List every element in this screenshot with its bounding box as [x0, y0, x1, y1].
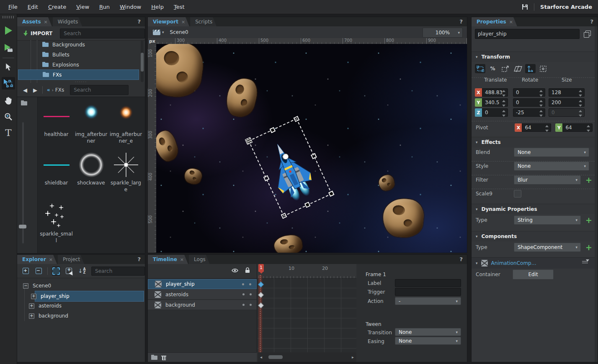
spinner[interactable] [502, 100, 506, 107]
component-menu-icon[interactable] [582, 260, 589, 266]
frame-label-input[interactable] [395, 279, 461, 287]
expand-icon[interactable]: + [29, 313, 34, 319]
collapse-path-icon[interactable]: « [47, 87, 50, 93]
rotate-x-input[interactable]: 0 [513, 88, 545, 97]
tab-project[interactable]: Project [58, 255, 84, 264]
tab-scripts[interactable]: Scripts [190, 17, 217, 26]
track-toggles[interactable] [242, 304, 252, 306]
thumbnail-zoom-handle[interactable] [19, 225, 26, 228]
grid-cells[interactable] [258, 278, 356, 352]
lock-icon[interactable] [245, 267, 250, 273]
tab-viewport[interactable]: Viewport× [148, 17, 189, 26]
spinner[interactable] [579, 90, 583, 97]
select-mode-button[interactable] [52, 267, 61, 276]
pivot-tool[interactable] [538, 64, 548, 73]
run-button[interactable] [2, 24, 15, 37]
timeline-scrollbar[interactable]: ◂ ▸ [258, 352, 356, 362]
selection-corner-handle[interactable] [281, 213, 287, 219]
track-player-ship[interactable]: player_ship [148, 279, 257, 289]
tree-node-background[interactable]: + background [29, 311, 144, 321]
asset-item[interactable]: sparkle_small [39, 201, 74, 251]
tab-widgets[interactable]: Widgets [53, 17, 82, 26]
scene-canvas[interactable] [156, 44, 467, 253]
drag-handle[interactable] [3, 16, 14, 18]
dynamic-type-dropdown[interactable]: String▾ [514, 215, 581, 225]
pivot-x-input[interactable]: 64 [522, 123, 551, 132]
chevron-down-icon[interactable]: ▾ [162, 30, 164, 34]
save-icon[interactable] [522, 4, 528, 10]
forward-icon[interactable]: ▶ [33, 87, 37, 93]
folder-icon[interactable] [21, 100, 28, 106]
sort-button[interactable]: ↓AZ [77, 267, 86, 276]
close-icon[interactable]: × [49, 257, 53, 262]
tree-node-scene0[interactable]: − Scene0 [18, 281, 144, 291]
asteroid-sprite[interactable] [378, 174, 395, 192]
explorer-search-input[interactable] [91, 267, 145, 276]
translate-tool[interactable] [525, 64, 536, 73]
asset-item[interactable]: sparkle_large [108, 150, 143, 200]
close-icon[interactable]: × [44, 19, 48, 25]
percent-tool[interactable]: % [487, 64, 498, 73]
selection-corner-handle[interactable] [328, 191, 335, 197]
spinner[interactable] [502, 90, 506, 97]
action-dropdown[interactable]: -▾ [395, 297, 461, 305]
animation-component-header[interactable]: ▾ AnimationComp… [472, 257, 595, 269]
add-node-button[interactable]: + [64, 267, 73, 276]
tab-assets[interactable]: Assets× [17, 17, 52, 26]
object-name-input[interactable] [475, 29, 580, 39]
close-icon[interactable]: × [509, 19, 513, 25]
folder-row-explosions[interactable]: Explosions [18, 59, 140, 70]
asset-item[interactable]: img_afterburner [74, 101, 108, 151]
add-component-button[interactable]: + [585, 244, 592, 251]
playhead-marker[interactable]: 1 [258, 264, 264, 272]
asset-item[interactable]: shieldbar [39, 150, 74, 200]
asteroid-sprite[interactable] [156, 44, 206, 100]
scrollbar-thumb[interactable] [268, 355, 283, 359]
help-icon[interactable]: ? [137, 18, 141, 25]
selection-corner-handle[interactable] [294, 116, 300, 122]
style-dropdown[interactable]: None▾ [514, 161, 589, 171]
run-scene-button[interactable] [2, 42, 15, 54]
close-icon[interactable]: × [180, 257, 184, 262]
folder-row-backgrounds[interactable]: Backgrounds [18, 39, 140, 50]
visibility-eye-icon[interactable] [232, 268, 238, 273]
new-folder-icon[interactable] [151, 355, 158, 360]
section-dynamic-properties[interactable]: ▾ Dynamic Properties [472, 204, 595, 214]
rotate-z-input[interactable]: -25 [513, 108, 545, 117]
pivot-handle[interactable] [282, 153, 290, 161]
menu-file[interactable]: File [3, 4, 23, 10]
selection-edge-handle[interactable] [304, 202, 311, 208]
asset-item[interactable]: healthbar [39, 101, 74, 151]
transition-dropdown[interactable]: None▾ [395, 328, 461, 336]
tree-node-asteroids[interactable]: + asteroids [29, 301, 144, 311]
scene-menu-icon[interactable] [153, 30, 160, 35]
add-dynamic-property-button[interactable]: + [585, 216, 592, 224]
menu-run[interactable]: Run [94, 4, 115, 10]
assets-search-input[interactable] [60, 28, 145, 38]
spinner[interactable] [587, 125, 590, 132]
asset-item[interactable]: shockwave [74, 150, 108, 200]
size-x-input[interactable]: 128 [549, 88, 585, 97]
section-transform[interactable]: ▾ Transform [472, 51, 595, 62]
tab-timeline[interactable]: Timeline× [148, 255, 188, 264]
track-toggles[interactable] [242, 283, 251, 285]
copy-icon[interactable] [584, 31, 590, 37]
rotate-y-input[interactable]: 0 [513, 98, 545, 107]
asteroid-sprite[interactable] [156, 128, 180, 163]
properties-scrollbar[interactable] [595, 26, 598, 362]
menu-edit[interactable]: Edit [23, 4, 43, 10]
spinner[interactable] [539, 100, 543, 107]
zoom-tool[interactable] [2, 110, 15, 123]
transform-tool[interactable] [2, 77, 15, 90]
add-filter-button[interactable]: + [585, 176, 592, 184]
filter-dropdown[interactable]: Blur▾ [514, 175, 581, 185]
zoom-level-dropdown[interactable]: 100%▾ [423, 28, 463, 38]
track-asteroids[interactable]: asteroids [148, 290, 257, 300]
folder-row-bullets[interactable]: Bullets [18, 49, 140, 60]
asteroid-sprite[interactable] [223, 75, 260, 120]
selection-edge-handle[interactable] [311, 153, 317, 159]
selection-edge-handle[interactable] [263, 175, 270, 182]
tab-logs[interactable]: Logs [189, 255, 210, 264]
spinner[interactable] [579, 100, 583, 107]
timeline-ruler[interactable]: 10 20 1 [258, 264, 356, 279]
